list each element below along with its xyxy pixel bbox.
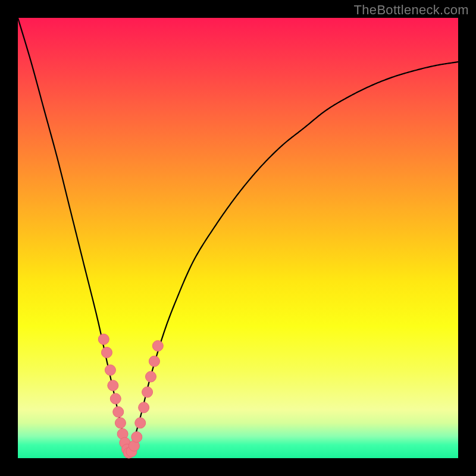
data-marker [142,387,153,397]
data-marker [145,371,156,382]
data-marker [101,347,112,358]
data-marker [113,406,124,417]
chart-frame: TheBottleneck.com [0,0,476,476]
bottleneck-curve [18,18,458,454]
data-marker [98,334,109,345]
watermark-text: TheBottleneck.com [354,2,469,18]
data-marker [108,380,118,391]
data-marker [135,418,146,428]
data-marker [110,393,121,404]
data-marker [152,340,163,351]
data-marker [139,402,149,413]
data-marker [115,418,126,428]
data-marker [105,365,115,375]
plot-background [18,18,458,458]
chart-svg [18,18,458,458]
data-marker [149,356,159,367]
data-marker [131,431,142,442]
markers-group [98,334,163,458]
